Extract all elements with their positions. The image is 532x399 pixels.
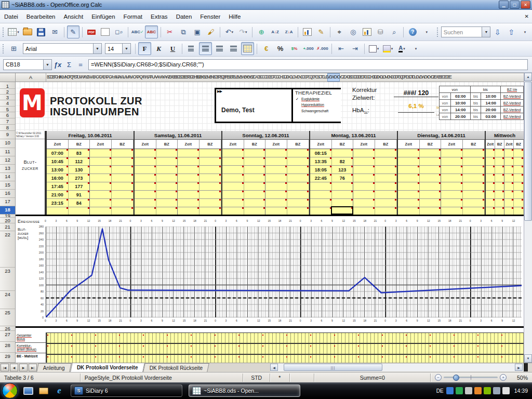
column-header-A[interactable]: A — [16, 73, 46, 82]
more-buttons-icon[interactable]: ▾ — [420, 25, 433, 38]
bz-cell[interactable] — [463, 199, 485, 207]
row-header-9[interactable]: 9 — [0, 131, 15, 139]
bz-cell[interactable] — [178, 149, 200, 157]
bz-cell[interactable] — [222, 174, 244, 182]
row-header-8[interactable]: 8 — [0, 125, 15, 131]
bz-cell[interactable]: 23:15 — [47, 199, 69, 207]
bz-cell[interactable] — [398, 199, 420, 207]
horizontal-scroll-thumb[interactable]: ||| — [284, 364, 382, 371]
bz-cell[interactable] — [463, 191, 485, 199]
menu-item-fenster[interactable]: Fenster — [196, 12, 224, 21]
bz-cell[interactable] — [135, 182, 156, 191]
bz-cell[interactable] — [90, 199, 112, 207]
sum-icon[interactable]: Σ — [63, 59, 75, 70]
bz-cell[interactable] — [504, 157, 514, 166]
save-icon[interactable] — [35, 25, 47, 38]
bz-cell[interactable] — [90, 182, 112, 191]
bz-cell[interactable] — [504, 199, 514, 207]
email-icon[interactable]: ✉ — [48, 25, 61, 38]
day-header[interactable]: Montag, 13.06.2011 — [310, 131, 397, 140]
bz-cell[interactable] — [135, 149, 156, 157]
format-paintbrush-icon[interactable]: 🖌 — [205, 25, 217, 38]
scroll-left-icon[interactable]: ◀ — [270, 364, 278, 371]
bz-cell[interactable] — [495, 199, 504, 207]
bz-cell[interactable] — [486, 199, 495, 207]
bz-cell[interactable]: 13:00 — [47, 166, 69, 174]
document-icon[interactable] — [465, 387, 472, 394]
insert-chart-icon[interactable] — [301, 25, 313, 38]
menu-item-ansicht[interactable]: Ansicht — [59, 12, 87, 21]
zoom-icon[interactable]: ⌕ — [388, 25, 401, 38]
bz-cell[interactable]: 82 — [332, 157, 354, 166]
bold-icon[interactable]: F — [138, 42, 151, 55]
bz-cell[interactable] — [265, 157, 287, 166]
bz-veraenderung-link[interactable]: BZ-Veränd — [501, 107, 524, 113]
bz-cell[interactable] — [222, 207, 244, 215]
row-header-24[interactable]: 24 — [0, 291, 15, 309]
row-header-29[interactable]: 29 — [0, 353, 15, 363]
bz-cell[interactable] — [504, 191, 514, 199]
function-wizard-icon[interactable]: ƒx — [52, 59, 63, 70]
bz-cell[interactable] — [495, 191, 504, 199]
bz-cell[interactable] — [47, 207, 69, 215]
align-right-icon[interactable] — [213, 42, 226, 55]
bz-cell[interactable] — [514, 157, 524, 166]
bz-cell[interactable] — [514, 191, 524, 199]
add-decimal-icon[interactable]: +.000 — [302, 42, 315, 55]
bz-cell[interactable] — [90, 149, 112, 157]
row-header-1[interactable]: 1 — [0, 83, 15, 89]
bz-cell[interactable] — [398, 191, 420, 199]
undo-icon[interactable]: ↶▾ — [223, 25, 235, 38]
bz-cell[interactable] — [441, 191, 463, 199]
bz-cell[interactable] — [495, 174, 504, 182]
borders-icon[interactable]: ▾ — [367, 42, 380, 55]
language-indicator[interactable]: DE — [436, 388, 444, 394]
bz-cell[interactable] — [244, 199, 266, 207]
bis-time[interactable]: 20:00 — [481, 107, 501, 113]
column-letters[interactable]: BCDEFGHIJKLMNOPQRSTUVWXYZAAABACADAEAFAGA… — [47, 74, 522, 79]
therapy-option-2[interactable]: Hyporeduktion — [301, 103, 324, 107]
bz-cell[interactable] — [244, 182, 266, 191]
bz-cell[interactable] — [90, 191, 112, 199]
bz-cell[interactable] — [156, 182, 178, 191]
bz-cell[interactable] — [156, 207, 178, 215]
paste-icon[interactable]: ▣ — [191, 25, 203, 38]
formula-input[interactable]: =WENN($SiDiary.CR68>0;$SiDiary.CR68;"") — [88, 59, 528, 70]
row-header-20[interactable]: 20 — [0, 218, 15, 223]
bz-cell[interactable] — [287, 207, 309, 215]
zoom-out-icon[interactable]: − — [435, 374, 442, 381]
day-header[interactable]: Samstag, 11.06.2011 — [135, 131, 221, 140]
bz-cell[interactable] — [310, 207, 332, 215]
zoom-slider[interactable] — [444, 377, 498, 378]
bz-cell[interactable] — [420, 199, 442, 207]
bz-cell[interactable] — [200, 199, 221, 207]
bz-cell[interactable] — [222, 166, 244, 174]
bz-cell[interactable] — [486, 182, 495, 191]
bz-cell[interactable] — [222, 199, 244, 207]
align-center-icon[interactable] — [199, 42, 212, 55]
bz-cell[interactable] — [398, 182, 420, 191]
bz-cell[interactable] — [353, 207, 375, 215]
open-icon[interactable] — [21, 25, 33, 38]
row-header-3[interactable]: 3 — [0, 95, 15, 100]
bz-cell[interactable] — [463, 207, 485, 215]
bz-cell[interactable] — [90, 174, 112, 182]
bz-cell[interactable] — [200, 182, 221, 191]
update-icon[interactable] — [474, 387, 482, 394]
bz-cell[interactable] — [375, 166, 397, 174]
redo-icon[interactable]: ↷▾ — [237, 25, 249, 38]
formula-icon[interactable]: = — [75, 59, 86, 70]
decrease-indent-icon[interactable]: ⇤ — [335, 42, 348, 55]
bz-cell[interactable] — [90, 166, 112, 174]
bis-time[interactable]: 10:00 — [481, 93, 501, 100]
bz-cell[interactable] — [504, 207, 514, 215]
bz-cell[interactable] — [265, 149, 287, 157]
italic-icon[interactable]: K — [152, 42, 165, 55]
bz-cell[interactable] — [112, 199, 134, 207]
menu-item-bearbeiten[interactable]: Bearbeiten — [22, 12, 60, 21]
bz-cell[interactable] — [375, 207, 397, 215]
row-header-6[interactable]: 6 — [0, 112, 15, 118]
bz-cell[interactable] — [514, 149, 524, 157]
bz-cell[interactable]: 16:00 — [47, 174, 69, 182]
therapy-option-1[interactable]: Euglykämie✓ — [301, 97, 320, 101]
